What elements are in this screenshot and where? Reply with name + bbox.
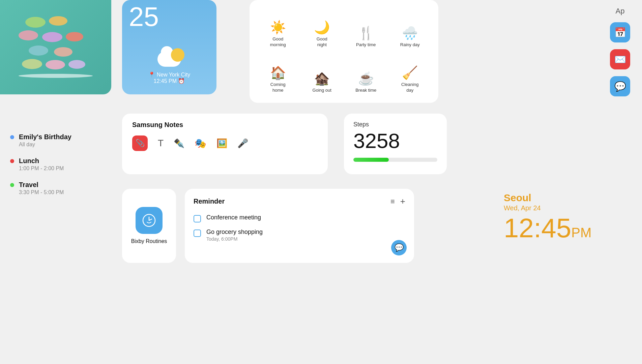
event-item-travel: Travel 3:30 PM - 5:00 PM [10, 181, 101, 195]
routine-rainy-day[interactable]: 🌧️ Rainy day [390, 7, 431, 50]
weather-time: 12:45 PM ⏰ [154, 78, 185, 84]
reminder-widget: Reminder ≡ + Conference meeting Go groce… [185, 189, 414, 263]
sun-routine-icon: ☀️ [270, 21, 286, 34]
routine-party-time-label: Party time [356, 42, 376, 48]
bixby-label: Bixby Routines [131, 238, 167, 245]
routine-going-out[interactable]: 🏚️ Going out [302, 53, 343, 96]
routine-good-night-label: Goodnight [317, 36, 327, 48]
event-title-travel: Travel [19, 181, 64, 189]
reminder-text-conference: Conference meeting [206, 214, 261, 221]
event-dot-birthday [10, 135, 14, 139]
event-title-lunch: Lunch [19, 157, 64, 165]
messages-app-icon[interactable]: 💬 [610, 76, 630, 96]
routine-good-night[interactable]: 🌙 Goodnight [302, 7, 343, 50]
event-title-birthday: Emily's Birthday [19, 133, 71, 141]
bixby-icon [136, 207, 163, 234]
event-time-travel: 3:30 PM - 5:00 PM [19, 189, 64, 195]
sun-icon [171, 48, 184, 62]
routine-good-morning[interactable]: ☀️ Goodmorning [258, 7, 298, 50]
reminder-list-icon[interactable]: ≡ [390, 197, 395, 206]
notes-text-button[interactable]: T [158, 138, 164, 149]
moon-routine-icon: 🌙 [314, 21, 330, 34]
coffee-routine-icon: ☕ [358, 72, 374, 85]
alarm-icon: ⏰ [178, 78, 185, 84]
routine-break-time[interactable]: ☕ Break time [346, 53, 386, 96]
notes-pen-button[interactable]: ✒️ [174, 138, 184, 149]
seoul-city-label: Seoul [504, 192, 591, 204]
routine-coming-home-label: Cominghome [270, 82, 286, 93]
rain-routine-icon: 🌧️ [402, 27, 418, 39]
event-item-lunch: Lunch 1:00 PM - 2:00 PM [10, 157, 101, 172]
right-panel: Ap 📅 ✉️ 💬 [598, 0, 642, 103]
going-out-routine-icon: 🏚️ [314, 72, 330, 85]
reminder-item-conference: Conference meeting [194, 214, 405, 222]
reminder-text-grocery: Go grocery shopping [206, 229, 263, 236]
routine-party-time[interactable]: 🍴 Party time [346, 7, 386, 50]
notes-voice-button[interactable]: 🎤 [237, 138, 248, 149]
reminder-title: Reminder [194, 198, 225, 205]
steps-count: 3258 [353, 129, 437, 152]
steps-title: Steps [353, 121, 437, 128]
cleaning-routine-icon: 🧹 [402, 66, 418, 79]
steps-progress-fill [353, 158, 389, 162]
routine-cleaning-day[interactable]: 🧹 Cleaningday [390, 53, 431, 96]
event-dot-lunch [10, 159, 14, 163]
notes-image-button[interactable]: 🖼️ [216, 138, 227, 149]
party-routine-icon: 🍴 [358, 27, 374, 39]
bixby-routines-widget[interactable]: Bixby Routines [122, 189, 176, 263]
reminder-checkbox-conference[interactable] [194, 215, 201, 222]
samsung-notes-widget[interactable]: Samsung Notes 📎 T ✒️ 🎭 🖼️ 🎤 [122, 114, 328, 174]
seoul-time-label: 12:45PM [504, 215, 591, 242]
seoul-clock-widget: Seoul Wed, Apr 24 12:45PM [500, 189, 595, 245]
notes-emoji-button[interactable]: 🎭 [195, 138, 206, 149]
notes-title: Samsung Notes [132, 121, 318, 129]
reminder-header: Reminder ≡ + [194, 196, 405, 207]
routine-rainy-day-label: Rainy day [400, 42, 420, 48]
event-dot-travel [10, 183, 14, 187]
event-time-birthday: All day [19, 142, 71, 148]
event-time-lunch: 1:00 PM - 2:00 PM [19, 165, 64, 172]
reminder-subtext-grocery: Today, 6:00PM [206, 236, 263, 242]
reminder-chat-button[interactable]: 💬 [391, 240, 407, 255]
weather-widget[interactable]: 25 📍 New York City 12:45 PM ⏰ [122, 0, 216, 94]
spacer-left [0, 94, 111, 126]
seoul-date-label: Wed, Apr 24 [504, 204, 591, 212]
steps-progress-bar [353, 158, 437, 162]
weather-date: 25 [129, 3, 159, 30]
notes-clip-button[interactable]: 📎 [132, 135, 148, 151]
app-panel-label: Ap [616, 7, 625, 16]
routine-break-time-label: Break time [355, 88, 376, 93]
weather-city: 📍 New York City [148, 71, 191, 78]
calendar-panel: Emily's Birthday All day Lunch 1:00 PM -… [0, 126, 111, 212]
weather-icons [157, 52, 181, 67]
home-routine-icon: 🏠 [270, 66, 286, 79]
reminder-item-grocery: Go grocery shopping Today, 6:00PM [194, 229, 405, 242]
routine-going-out-label: Going out [313, 88, 331, 93]
reminder-checkbox-grocery[interactable] [194, 230, 201, 237]
steps-widget: Steps 3258 [344, 114, 447, 174]
reminder-actions: ≡ + [390, 196, 405, 207]
mail-app-icon[interactable]: ✉️ [610, 49, 630, 69]
routine-good-morning-label: Goodmorning [270, 36, 286, 48]
routines-panel: ☀️ Goodmorning 🌙 Goodnight 🍴 Party time … [250, 0, 438, 103]
reminder-add-icon[interactable]: + [400, 196, 405, 207]
routine-cleaning-day-label: Cleaningday [401, 82, 418, 93]
location-icon: 📍 [148, 71, 155, 78]
calendar-app-icon[interactable]: 📅 [610, 22, 630, 42]
event-item-birthday: Emily's Birthday All day [10, 133, 101, 148]
notes-toolbar: 📎 T ✒️ 🎭 🖼️ 🎤 [132, 135, 318, 151]
routine-coming-home[interactable]: 🏠 Cominghome [258, 53, 298, 96]
food-image-panel [0, 0, 111, 94]
